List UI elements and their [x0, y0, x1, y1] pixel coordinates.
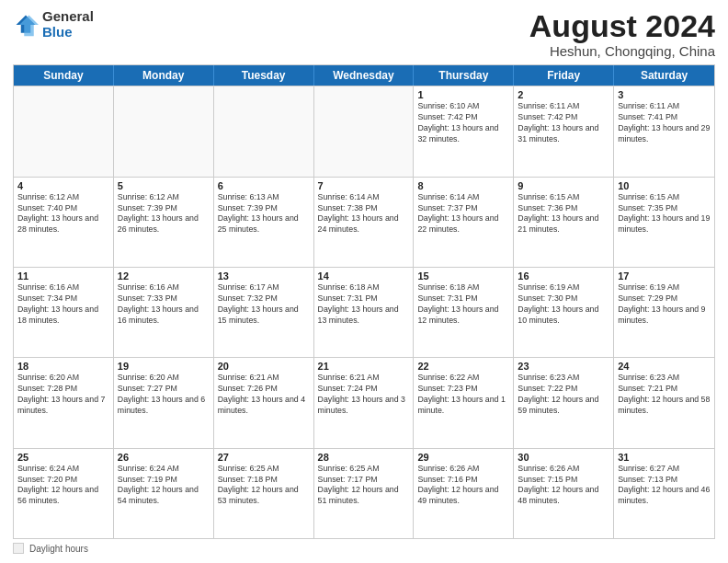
- day-info: Sunrise: 6:18 AM Sunset: 7:31 PM Dayligh…: [318, 282, 410, 327]
- calendar-body: 1Sunrise: 6:10 AM Sunset: 7:42 PM Daylig…: [14, 86, 714, 538]
- day-info: Sunrise: 6:19 AM Sunset: 7:30 PM Dayligh…: [518, 282, 609, 327]
- day-number: 23: [518, 361, 609, 372]
- calendar-cell: 3Sunrise: 6:11 AM Sunset: 7:41 PM Daylig…: [614, 86, 714, 176]
- calendar-header-cell: Wednesday: [314, 65, 415, 86]
- calendar-cell: 27Sunrise: 6:25 AM Sunset: 7:18 PM Dayli…: [214, 449, 314, 538]
- day-number: 3: [618, 89, 711, 100]
- day-info: Sunrise: 6:24 AM Sunset: 7:19 PM Dayligh…: [118, 464, 210, 508]
- day-number: 17: [618, 270, 711, 282]
- calendar-cell: 6Sunrise: 6:13 AM Sunset: 7:39 PM Daylig…: [214, 178, 314, 267]
- day-info: Sunrise: 6:23 AM Sunset: 7:22 PM Dayligh…: [518, 373, 609, 417]
- calendar-cell: [14, 86, 114, 176]
- calendar-cell: [314, 86, 415, 176]
- logo-blue-text: Blue: [42, 25, 94, 40]
- calendar-cell: 29Sunrise: 6:26 AM Sunset: 7:16 PM Dayli…: [414, 449, 514, 538]
- calendar-cell: 10Sunrise: 6:15 AM Sunset: 7:35 PM Dayli…: [614, 178, 714, 267]
- calendar-cell: 4Sunrise: 6:12 AM Sunset: 7:40 PM Daylig…: [14, 178, 114, 267]
- day-info: Sunrise: 6:21 AM Sunset: 7:24 PM Dayligh…: [318, 373, 410, 417]
- logo-text: General Blue: [42, 9, 94, 40]
- calendar-header-cell: Friday: [514, 65, 614, 86]
- calendar-cell: 16Sunrise: 6:19 AM Sunset: 7:30 PM Dayli…: [514, 268, 614, 357]
- title-location: Heshun, Chongqing, China: [529, 43, 715, 59]
- logo-icon: [13, 12, 39, 38]
- day-number: 19: [118, 361, 210, 372]
- calendar-cell: 22Sunrise: 6:22 AM Sunset: 7:23 PM Dayli…: [414, 358, 514, 447]
- day-info: Sunrise: 6:23 AM Sunset: 7:21 PM Dayligh…: [618, 373, 711, 417]
- calendar-cell: 30Sunrise: 6:26 AM Sunset: 7:15 PM Dayli…: [514, 449, 614, 538]
- day-number: 1: [417, 89, 509, 100]
- calendar-cell: 17Sunrise: 6:19 AM Sunset: 7:29 PM Dayli…: [614, 268, 714, 357]
- day-info: Sunrise: 6:13 AM Sunset: 7:39 PM Dayligh…: [218, 192, 310, 236]
- calendar-cell: 21Sunrise: 6:21 AM Sunset: 7:24 PM Dayli…: [314, 358, 415, 447]
- calendar-cell: 1Sunrise: 6:10 AM Sunset: 7:42 PM Daylig…: [414, 86, 514, 176]
- calendar-header-cell: Thursday: [414, 65, 514, 86]
- day-info: Sunrise: 6:14 AM Sunset: 7:38 PM Dayligh…: [318, 192, 410, 236]
- day-info: Sunrise: 6:12 AM Sunset: 7:39 PM Dayligh…: [118, 192, 210, 236]
- day-number: 15: [417, 270, 509, 282]
- calendar-cell: 25Sunrise: 6:24 AM Sunset: 7:20 PM Dayli…: [14, 449, 114, 538]
- calendar-cell: [214, 86, 314, 176]
- day-number: 22: [417, 361, 509, 372]
- calendar-cell: 14Sunrise: 6:18 AM Sunset: 7:31 PM Dayli…: [314, 268, 415, 357]
- calendar-cell: 28Sunrise: 6:25 AM Sunset: 7:17 PM Dayli…: [314, 449, 415, 538]
- day-number: 16: [518, 270, 609, 282]
- day-info: Sunrise: 6:16 AM Sunset: 7:33 PM Dayligh…: [118, 282, 210, 327]
- day-info: Sunrise: 6:17 AM Sunset: 7:32 PM Dayligh…: [218, 282, 310, 327]
- calendar-header-cell: Saturday: [614, 65, 714, 86]
- calendar-cell: 24Sunrise: 6:23 AM Sunset: 7:21 PM Dayli…: [614, 358, 714, 447]
- calendar: SundayMondayTuesdayWednesdayThursdayFrid…: [13, 64, 715, 539]
- day-info: Sunrise: 6:12 AM Sunset: 7:40 PM Dayligh…: [17, 192, 109, 236]
- legend-box: [13, 543, 24, 554]
- calendar-cell: 9Sunrise: 6:15 AM Sunset: 7:36 PM Daylig…: [514, 178, 614, 267]
- calendar-cell: [114, 86, 214, 176]
- page: General Blue August 2024 Heshun, Chongqi…: [0, 0, 728, 563]
- day-info: Sunrise: 6:19 AM Sunset: 7:29 PM Dayligh…: [618, 282, 711, 327]
- calendar-cell: 13Sunrise: 6:17 AM Sunset: 7:32 PM Dayli…: [214, 268, 314, 357]
- day-number: 25: [17, 452, 109, 463]
- logo: General Blue: [13, 9, 94, 40]
- day-number: 6: [218, 180, 310, 191]
- calendar-cell: 5Sunrise: 6:12 AM Sunset: 7:39 PM Daylig…: [114, 178, 214, 267]
- day-info: Sunrise: 6:20 AM Sunset: 7:27 PM Dayligh…: [118, 373, 210, 417]
- calendar-cell: 11Sunrise: 6:16 AM Sunset: 7:34 PM Dayli…: [14, 268, 114, 357]
- title-month: August 2024: [529, 9, 715, 43]
- day-number: 11: [17, 270, 109, 282]
- day-info: Sunrise: 6:24 AM Sunset: 7:20 PM Dayligh…: [17, 464, 109, 508]
- calendar-cell: 7Sunrise: 6:14 AM Sunset: 7:38 PM Daylig…: [314, 178, 415, 267]
- day-info: Sunrise: 6:26 AM Sunset: 7:16 PM Dayligh…: [417, 464, 509, 508]
- day-number: 9: [518, 180, 609, 191]
- day-info: Sunrise: 6:25 AM Sunset: 7:17 PM Dayligh…: [318, 464, 410, 508]
- calendar-header-cell: Sunday: [14, 65, 114, 86]
- day-number: 27: [218, 452, 310, 463]
- calendar-cell: 8Sunrise: 6:14 AM Sunset: 7:37 PM Daylig…: [414, 178, 514, 267]
- logo-general-text: General: [42, 9, 94, 25]
- calendar-week: 18Sunrise: 6:20 AM Sunset: 7:28 PM Dayli…: [14, 357, 714, 447]
- legend: Daylight hours: [13, 543, 715, 554]
- day-number: 8: [417, 180, 509, 191]
- day-number: 5: [118, 180, 210, 191]
- day-number: 7: [318, 180, 410, 191]
- calendar-cell: 15Sunrise: 6:18 AM Sunset: 7:31 PM Dayli…: [414, 268, 514, 357]
- calendar-cell: 19Sunrise: 6:20 AM Sunset: 7:27 PM Dayli…: [114, 358, 214, 447]
- day-info: Sunrise: 6:16 AM Sunset: 7:34 PM Dayligh…: [17, 282, 109, 327]
- calendar-cell: 18Sunrise: 6:20 AM Sunset: 7:28 PM Dayli…: [14, 358, 114, 447]
- day-info: Sunrise: 6:21 AM Sunset: 7:26 PM Dayligh…: [218, 373, 310, 417]
- day-number: 12: [118, 270, 210, 282]
- legend-label: Daylight hours: [29, 544, 88, 554]
- day-info: Sunrise: 6:11 AM Sunset: 7:41 PM Dayligh…: [618, 101, 711, 145]
- day-number: 10: [618, 180, 711, 191]
- calendar-cell: 12Sunrise: 6:16 AM Sunset: 7:33 PM Dayli…: [114, 268, 214, 357]
- calendar-header: SundayMondayTuesdayWednesdayThursdayFrid…: [14, 65, 714, 86]
- header: General Blue August 2024 Heshun, Chongqi…: [13, 9, 715, 59]
- day-number: 4: [17, 180, 109, 191]
- calendar-week: 11Sunrise: 6:16 AM Sunset: 7:34 PM Dayli…: [14, 267, 714, 357]
- calendar-cell: 26Sunrise: 6:24 AM Sunset: 7:19 PM Dayli…: [114, 449, 214, 538]
- day-info: Sunrise: 6:22 AM Sunset: 7:23 PM Dayligh…: [417, 373, 509, 417]
- day-info: Sunrise: 6:25 AM Sunset: 7:18 PM Dayligh…: [218, 464, 310, 508]
- day-number: 2: [518, 89, 609, 100]
- day-number: 30: [518, 452, 609, 463]
- day-number: 31: [618, 452, 711, 463]
- calendar-cell: 20Sunrise: 6:21 AM Sunset: 7:26 PM Dayli…: [214, 358, 314, 447]
- day-info: Sunrise: 6:11 AM Sunset: 7:42 PM Dayligh…: [518, 101, 609, 145]
- day-info: Sunrise: 6:14 AM Sunset: 7:37 PM Dayligh…: [417, 192, 509, 236]
